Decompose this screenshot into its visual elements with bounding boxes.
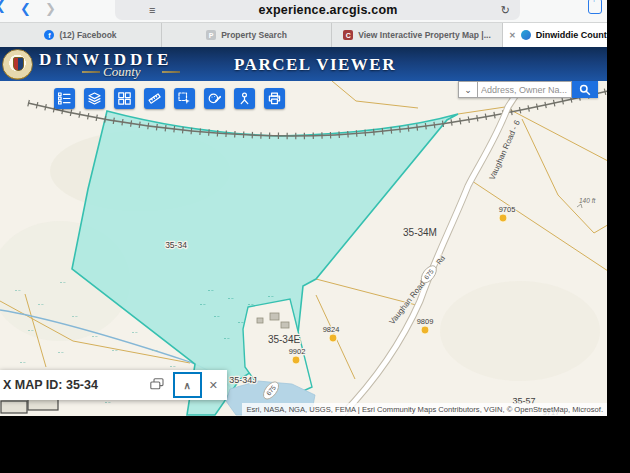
page-title: PARCEL VIEWER (0, 55, 630, 75)
url-text: experience.arcgis.com (155, 3, 500, 17)
draw-icon (208, 92, 221, 105)
site-header: DINWIDDIE County PARCEL VIEWER (0, 47, 630, 81)
url-bar[interactable]: ≡ experience.arcgis.com ↻ (115, 0, 520, 20)
parcel-popup-bar: X MAP ID: 35-34 ∧ ✕ (0, 370, 227, 400)
property-map-icon: C (343, 30, 353, 40)
property-search-icon: P (206, 30, 216, 40)
search-icon (579, 84, 591, 96)
address-label-9902: 9902 (289, 347, 306, 356)
select-button[interactable] (174, 88, 195, 109)
tab-facebook[interactable]: f (12) Facebook (0, 23, 162, 47)
facebook-icon: f (44, 30, 54, 40)
reload-icon[interactable]: ↻ (501, 4, 510, 17)
tab-label: Property Search (221, 30, 287, 40)
address-label-9809: 9809 (417, 317, 434, 326)
print-button[interactable] (264, 88, 285, 109)
map-attribution: Esri, NASA, NGA, USGS, FEMA | Esri Commu… (242, 403, 607, 416)
search-input[interactable] (477, 81, 572, 98)
parcel-label-3534J: 35-34J (229, 375, 257, 385)
browser-toolbar: ❮ ❮ ❯ ≡ experience.arcgis.com ↻ ↑ (0, 0, 630, 22)
tab-bar: f (12) Facebook P Property Search C View… (0, 22, 630, 47)
back-icon[interactable]: ❮ (20, 1, 31, 16)
map-canvas[interactable]: Vaughan Road - 6 Vaughan Road 675 Rd 675… (0, 81, 630, 416)
popup-close-icon[interactable]: ✕ (209, 379, 218, 392)
address-label-9705: 9705 (499, 205, 516, 214)
tab-label: Dinwiddie County (536, 30, 612, 40)
search-button[interactable] (572, 81, 598, 98)
screenshot-stage: ❮ ❮ ❯ ≡ experience.arcgis.com ↻ ↑ f (12)… (0, 0, 630, 473)
select-icon (178, 92, 191, 105)
basemap-icon (118, 92, 131, 105)
chevron-down-icon: ⌄ (464, 85, 472, 95)
chevron-up-icon: ∧ (184, 380, 191, 391)
measure-button[interactable] (144, 88, 165, 109)
search-widget: ⌄ (458, 81, 598, 98)
letterbox-bottom (0, 416, 630, 473)
layers-icon (88, 92, 101, 105)
address-label-9824: 9824 (323, 325, 340, 334)
dock-icon[interactable] (150, 376, 164, 394)
parcel-label-3534E: 35-34E (268, 334, 301, 345)
map-widget-toolbar (54, 88, 285, 109)
tab-property-map[interactable]: C View Interactive Property Map |... (332, 23, 503, 47)
parcel-label-3534M: 35-34M (403, 227, 437, 238)
arcgis-experience-favicon (521, 30, 531, 40)
layers-button[interactable] (84, 88, 105, 109)
nearby-button[interactable] (234, 88, 255, 109)
measure-icon (148, 92, 161, 105)
legend-button[interactable] (54, 88, 75, 109)
forward-icon[interactable]: ❯ (45, 1, 56, 16)
share-icon[interactable]: ↑ (588, 0, 602, 14)
search-source-dropdown[interactable]: ⌄ (458, 81, 477, 98)
popup-title: X MAP ID: 35-34 (3, 378, 150, 392)
tab-label: View Interactive Property Map |... (358, 30, 491, 40)
scale-hint-label: 140 ft (579, 197, 596, 204)
tab-close-icon[interactable]: ✕ (509, 31, 516, 40)
basemap-gallery-button[interactable] (114, 88, 135, 109)
tab-property-search[interactable]: P Property Search (162, 23, 332, 47)
nearby-icon (238, 92, 251, 105)
draw-button[interactable] (204, 88, 225, 109)
parcel-label-3534: 35-34 (165, 240, 187, 250)
print-icon (268, 92, 281, 105)
legend-icon (58, 92, 71, 105)
tab-label: (12) Facebook (59, 30, 116, 40)
popup-expand-button[interactable]: ∧ (173, 372, 202, 398)
letterbox-right (607, 0, 630, 473)
